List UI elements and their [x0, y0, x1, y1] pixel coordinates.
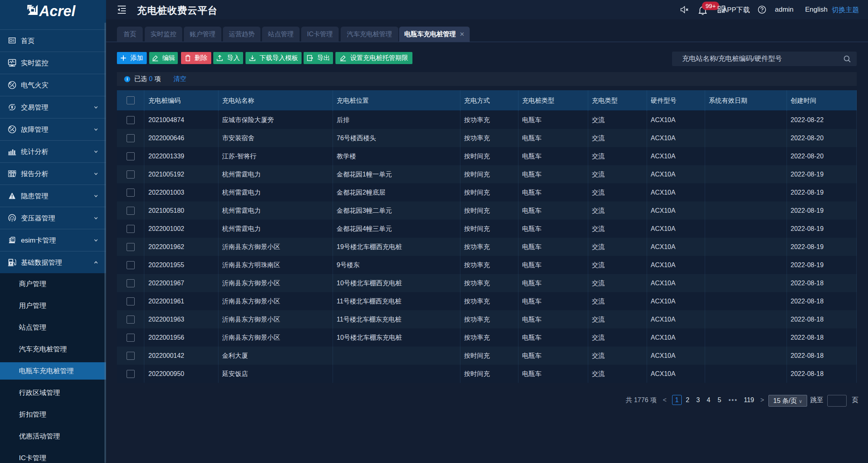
svg-text:i: i: [127, 77, 128, 81]
svg-text:Acrel: Acrel: [39, 3, 76, 19]
